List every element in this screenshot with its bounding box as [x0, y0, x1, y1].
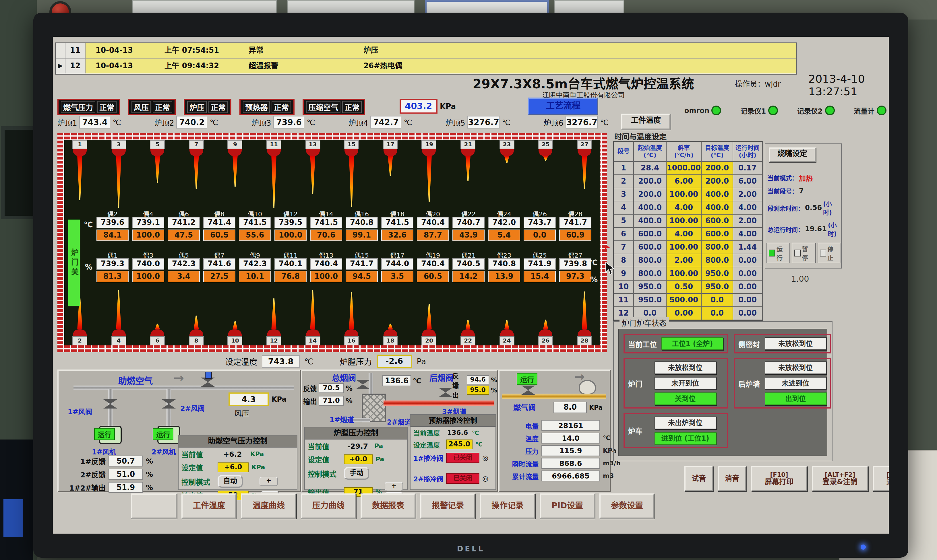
table-cell[interactable]: 950.0	[634, 294, 667, 307]
table-cell[interactable]: 0.00	[733, 307, 763, 320]
nav-button-1[interactable]: 工件温度	[182, 494, 237, 519]
table-cell[interactable]: 100.00	[667, 241, 701, 254]
nav-button-5[interactable]: 报警记录	[420, 494, 475, 519]
table-cell[interactable]: 100.00	[667, 188, 701, 202]
table-cell[interactable]: 6.00	[733, 175, 763, 188]
table-cell[interactable]: 200.0	[634, 188, 667, 202]
table-row[interactable]: 10950.00.50950.00.00	[614, 281, 763, 294]
bottom-nav: 工件温度温度曲线压力曲线数据报表报警记录操作记录PID设置参数设置	[131, 494, 655, 519]
table-cell[interactable]: 0.00	[733, 268, 763, 281]
alarm-selected-marker: ▶	[56, 58, 65, 74]
screen-print-button[interactable]: [F10]屏幕打印	[751, 466, 807, 491]
table-cell[interactable]: 2.00	[733, 215, 763, 228]
thermocouple-temp: 739.5	[274, 217, 307, 228]
table-cell[interactable]: 800.0	[701, 241, 733, 254]
table-cell[interactable]: 0.00	[733, 294, 763, 307]
test-sound-button[interactable]: 试音	[684, 466, 713, 491]
increase-button[interactable]: +	[385, 482, 403, 491]
table-cell[interactable]: 950.0	[701, 268, 733, 281]
table-row[interactable]: 2200.06.00200.06.00	[614, 175, 763, 188]
reading-unit: %	[146, 457, 153, 465]
table-cell[interactable]: 800.0	[634, 268, 667, 281]
table-cell[interactable]: 0.00	[667, 307, 701, 320]
nav-button-cut[interactable]	[131, 494, 177, 519]
table-cell[interactable]: 600.0	[634, 228, 667, 241]
burner-flame-icon	[154, 156, 160, 183]
set-temp-input[interactable]: 245.0	[446, 440, 473, 449]
table-cell[interactable]: 200.0	[634, 175, 667, 188]
table-row[interactable]: 9800.0100.00950.00.00	[614, 268, 763, 281]
nav-button-4[interactable]: 数据报表	[361, 494, 416, 519]
table-cell[interactable]: 100.00	[667, 215, 701, 228]
table-cell[interactable]: 600.0	[634, 241, 667, 254]
table-cell[interactable]: 28.4	[634, 162, 667, 175]
burner-nozzle-icon	[73, 149, 87, 156]
table-row[interactable]: 8800.02.00800.00.00	[614, 254, 763, 268]
table-row[interactable]: 5400.0100.00600.02.00	[614, 215, 763, 228]
button-label: 登录&注销	[823, 478, 857, 486]
table-cell[interactable]: 0.0	[701, 294, 733, 307]
table-cell[interactable]: 400.0	[701, 202, 733, 215]
table-row[interactable]: ►7600.0100.00800.01.44	[614, 241, 763, 254]
table-cell[interactable]: 400.0	[634, 202, 667, 215]
mode-button[interactable]: 自动	[217, 475, 243, 488]
nav-button-6[interactable]: 操作记录	[480, 494, 535, 519]
exit-system-button[interactable]: [Alt+F4]退出系统	[873, 466, 889, 491]
set-value-input[interactable]: +6.0	[217, 463, 249, 472]
process-flow-button[interactable]: 工艺流程	[528, 97, 598, 115]
table-cell[interactable]: 2.00	[733, 188, 763, 202]
table-row[interactable]: 6600.04.00600.04.00	[614, 228, 763, 241]
table-row[interactable]: 4400.04.00400.04.00	[614, 202, 763, 215]
table-cell[interactable]: 2.00	[667, 254, 701, 268]
table-cell[interactable]: 600.0	[701, 215, 733, 228]
table-row[interactable]: 11950.0500.000.00.00	[614, 294, 763, 307]
burner-setting-button[interactable]: 烧嘴设定	[769, 148, 816, 162]
login-logout-button[interactable]: [ALT+F2]登录&注销	[812, 466, 868, 491]
table-cell[interactable]: 0.50	[667, 281, 701, 294]
mode-button[interactable]: 手动	[344, 467, 369, 480]
pause-button[interactable]: 暂停	[792, 243, 816, 263]
table-cell[interactable]: 400.0	[634, 215, 667, 228]
table-cell[interactable]: 200.0	[701, 175, 733, 188]
nav-button-7[interactable]: PID设置	[540, 494, 595, 519]
table-cell[interactable]: 6.00	[667, 175, 701, 188]
table-cell[interactable]: 200.0	[701, 162, 733, 175]
table-row[interactable]: 3200.0100.00400.02.00	[614, 188, 763, 202]
set-value-input[interactable]: +0.0	[344, 454, 373, 464]
table-cell[interactable]: 0.0	[701, 307, 733, 320]
table-cell[interactable]: 0.17	[733, 162, 763, 175]
valve-handle-icon[interactable]: ◎	[482, 454, 488, 462]
nav-button-2[interactable]: 温度曲线	[241, 494, 296, 519]
table-cell[interactable]: 4.00	[667, 202, 701, 215]
status-badge: 关到位	[654, 392, 716, 405]
nav-button-8[interactable]: 参数设置	[599, 494, 655, 519]
table-cell[interactable]: 1000.00	[667, 162, 701, 175]
table-cell[interactable]: 4.00	[667, 228, 701, 241]
workpiece-temp-button[interactable]: 工件温度	[621, 114, 670, 130]
table-cell[interactable]: 800.0	[701, 254, 733, 268]
nav-button-3[interactable]: 压力曲线	[301, 494, 356, 519]
increase-button[interactable]: +	[259, 477, 278, 486]
table-cell[interactable]: 950.0	[701, 281, 733, 294]
alarm-list[interactable]: 1110-04-13上午 07:54:51异常炉压▶1210-04-13上午 0…	[55, 43, 797, 75]
valve-handle-icon[interactable]: ◎	[482, 474, 488, 483]
table-cell[interactable]: 100.00	[667, 268, 701, 281]
table-cell[interactable]: 0.00	[733, 254, 763, 268]
run-button[interactable]: 运行	[766, 243, 790, 263]
program-table[interactable]: 段号起始温度 (℃)斜率 (℃/h)目标温度 (℃)运行时间 (小时)128.4…	[613, 141, 763, 321]
table-cell[interactable]: 1.44	[733, 241, 763, 254]
table-cell[interactable]: 600.0	[701, 228, 733, 241]
mute-button[interactable]: 消音	[718, 466, 746, 491]
table-cell[interactable]: 4.00	[733, 202, 763, 215]
alarm-row[interactable]: 1110-04-13上午 07:54:51异常炉压	[56, 43, 796, 58]
table-cell[interactable]: 950.0	[634, 281, 667, 294]
checkbox-icon	[794, 249, 801, 257]
table-row[interactable]: 128.41000.00200.00.17	[614, 162, 763, 175]
table-cell[interactable]: 4.00	[733, 228, 763, 241]
table-cell[interactable]: 0.00	[733, 281, 763, 294]
alarm-row[interactable]: ▶1210-04-13上午 09:44:32超温报警26#热电偶	[56, 58, 796, 74]
table-cell[interactable]: 500.00	[667, 294, 701, 307]
table-cell[interactable]: 800.0	[634, 254, 667, 268]
table-cell[interactable]: 400.0	[701, 188, 733, 202]
stop-button[interactable]: 停止	[817, 243, 841, 263]
